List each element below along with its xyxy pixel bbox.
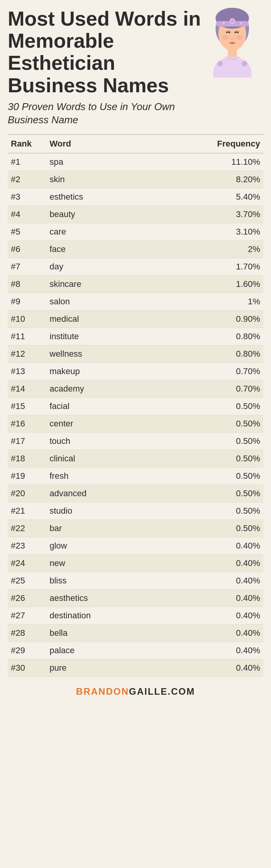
cell-frequency: 0.50% bbox=[153, 520, 263, 537]
header-text: Most Used Words in Memorable Esthetician… bbox=[8, 8, 201, 126]
cell-word: medical bbox=[46, 311, 153, 328]
cell-word: studio bbox=[46, 502, 153, 520]
cell-word: skincare bbox=[46, 276, 153, 293]
cell-word: center bbox=[46, 415, 153, 433]
cell-word: academy bbox=[46, 380, 153, 398]
footer: BRANDONGAILLE.COM bbox=[0, 681, 271, 702]
svg-point-15 bbox=[231, 19, 234, 23]
cell-frequency: 11.10% bbox=[153, 153, 263, 171]
cell-word: glow bbox=[46, 537, 153, 555]
cell-word: wellness bbox=[46, 345, 153, 363]
cell-frequency: 0.50% bbox=[153, 468, 263, 485]
table-row: #17touch0.50% bbox=[8, 433, 263, 450]
table-row: #9salon1% bbox=[8, 293, 263, 311]
cell-rank: #11 bbox=[8, 328, 46, 345]
cell-rank: #12 bbox=[8, 345, 46, 363]
cell-frequency: 8.20% bbox=[153, 171, 263, 188]
cell-rank: #19 bbox=[8, 468, 46, 485]
cell-rank: #17 bbox=[8, 433, 46, 450]
cell-word: new bbox=[46, 555, 153, 572]
cell-frequency: 0.40% bbox=[153, 625, 263, 642]
cell-frequency: 1% bbox=[153, 293, 263, 311]
table-row: #27destination0.40% bbox=[8, 607, 263, 625]
table-row: #23glow0.40% bbox=[8, 537, 263, 555]
cell-rank: #27 bbox=[8, 607, 46, 625]
header-section: Most Used Words in Memorable Esthetician… bbox=[0, 0, 271, 130]
cell-word: bar bbox=[46, 520, 153, 537]
cell-rank: #28 bbox=[8, 625, 46, 642]
cell-frequency: 0.70% bbox=[153, 363, 263, 380]
cell-word: beauty bbox=[46, 206, 153, 223]
cell-word: face bbox=[46, 241, 153, 258]
table-row: #18clinical0.50% bbox=[8, 450, 263, 468]
table-row: #1spa11.10% bbox=[8, 153, 263, 171]
table-row: #7day1.70% bbox=[8, 258, 263, 276]
cell-frequency: 1.60% bbox=[153, 276, 263, 293]
col-rank: Rank bbox=[8, 135, 46, 153]
svg-point-18 bbox=[217, 61, 223, 66]
brand-orange: BRANDON bbox=[76, 686, 129, 697]
svg-point-11 bbox=[236, 35, 243, 40]
cell-rank: #26 bbox=[8, 590, 46, 607]
cell-word: aesthetics bbox=[46, 590, 153, 607]
table-row: #28bella0.40% bbox=[8, 625, 263, 642]
cell-rank: #24 bbox=[8, 555, 46, 572]
table-row: #11institute0.80% bbox=[8, 328, 263, 345]
cell-frequency: 0.80% bbox=[153, 328, 263, 345]
cell-frequency: 3.10% bbox=[153, 223, 263, 241]
cell-word: salon bbox=[46, 293, 153, 311]
cell-rank: #13 bbox=[8, 363, 46, 380]
cell-frequency: 0.70% bbox=[153, 380, 263, 398]
cell-frequency: 0.50% bbox=[153, 398, 263, 415]
cell-rank: #29 bbox=[8, 642, 46, 659]
svg-point-10 bbox=[222, 35, 229, 40]
col-frequency: Frequency bbox=[153, 135, 263, 153]
cell-word: destination bbox=[46, 607, 153, 625]
cell-rank: #14 bbox=[8, 380, 46, 398]
svg-point-17 bbox=[240, 22, 242, 24]
cell-frequency: 3.70% bbox=[153, 206, 263, 223]
cell-rank: #2 bbox=[8, 171, 46, 188]
cell-rank: #22 bbox=[8, 520, 46, 537]
cell-word: makeup bbox=[46, 363, 153, 380]
cell-rank: #15 bbox=[8, 398, 46, 415]
cell-word: fresh bbox=[46, 468, 153, 485]
cell-frequency: 0.50% bbox=[153, 485, 263, 502]
data-table: Rank Word Frequency #1spa11.10%#2skin8.2… bbox=[8, 134, 263, 677]
cell-rank: #10 bbox=[8, 311, 46, 328]
esthetician-illustration bbox=[203, 8, 261, 78]
table-row: #6face2% bbox=[8, 241, 263, 258]
table-row: #13makeup0.70% bbox=[8, 363, 263, 380]
cell-rank: #4 bbox=[8, 206, 46, 223]
cell-word: spa bbox=[46, 153, 153, 171]
cell-word: esthetics bbox=[46, 188, 153, 206]
cell-word: day bbox=[46, 258, 153, 276]
svg-point-16 bbox=[223, 22, 225, 24]
cell-word: clinical bbox=[46, 450, 153, 468]
cell-rank: #21 bbox=[8, 502, 46, 520]
cell-frequency: 0.50% bbox=[153, 415, 263, 433]
cell-rank: #6 bbox=[8, 241, 46, 258]
cell-rank: #9 bbox=[8, 293, 46, 311]
table-row: #16center0.50% bbox=[8, 415, 263, 433]
cell-frequency: 0.50% bbox=[153, 450, 263, 468]
table-row: #5care3.10% bbox=[8, 223, 263, 241]
table-section: Rank Word Frequency #1spa11.10%#2skin8.2… bbox=[0, 130, 271, 681]
table-row: #24new0.40% bbox=[8, 555, 263, 572]
cell-rank: #3 bbox=[8, 188, 46, 206]
table-row: #21studio0.50% bbox=[8, 502, 263, 520]
table-row: #10medical0.90% bbox=[8, 311, 263, 328]
cell-frequency: 0.40% bbox=[153, 590, 263, 607]
table-row: #25bliss0.40% bbox=[8, 572, 263, 590]
cell-rank: #7 bbox=[8, 258, 46, 276]
cell-frequency: 0.80% bbox=[153, 345, 263, 363]
cell-word: touch bbox=[46, 433, 153, 450]
cell-rank: #23 bbox=[8, 537, 46, 555]
svg-line-5 bbox=[228, 31, 228, 32]
cell-word: bella bbox=[46, 625, 153, 642]
table-row: #3esthetics5.40% bbox=[8, 188, 263, 206]
header-illustration bbox=[201, 8, 263, 78]
cell-word: institute bbox=[46, 328, 153, 345]
cell-frequency: 0.50% bbox=[153, 433, 263, 450]
cell-word: skin bbox=[46, 171, 153, 188]
